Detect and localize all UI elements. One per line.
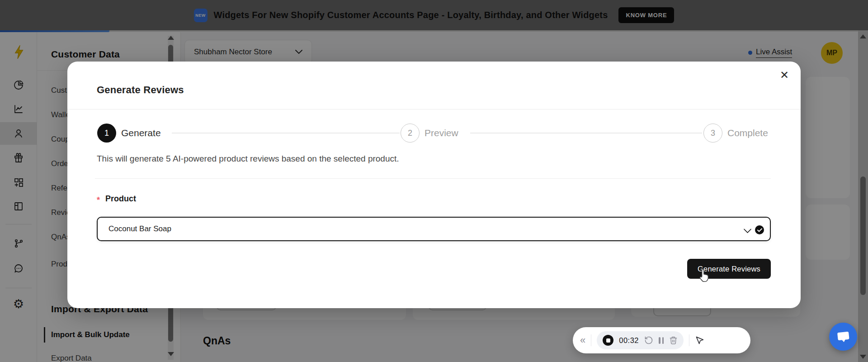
step-2-label: Preview — [425, 128, 458, 138]
step-3-indicator: 3 — [703, 124, 722, 143]
toolbar-divider — [689, 334, 689, 346]
step-1-label: Generate — [121, 128, 161, 138]
recorder-controls-group: 00:32 — [597, 331, 684, 349]
product-select-value: Coconut Bar Soap — [108, 224, 171, 233]
step-connector — [470, 133, 702, 133]
modal-divider — [95, 178, 771, 179]
step-2-indicator: 2 — [401, 124, 420, 143]
required-asterisk: * — [97, 195, 100, 205]
step-3-label: Complete — [727, 128, 768, 138]
step-connector — [172, 133, 400, 133]
chat-launcher[interactable] — [829, 323, 857, 351]
modal-title: Generate Reviews — [97, 84, 184, 96]
step-1-number: 1 — [104, 129, 109, 138]
selected-check-icon — [755, 225, 764, 234]
hand-cursor-icon — [697, 268, 712, 287]
step-3-number: 3 — [711, 129, 715, 138]
delete-recording-icon[interactable] — [669, 336, 678, 345]
product-field-label: Product — [105, 194, 136, 204]
chat-bubble-icon — [834, 328, 852, 346]
toolbar-divider — [591, 334, 591, 346]
modal-close-icon[interactable]: ✕ — [780, 69, 789, 81]
step-1-indicator: 1 — [97, 124, 116, 143]
stop-recording-button[interactable] — [603, 335, 613, 346]
pointer-mode-icon[interactable] — [695, 336, 704, 345]
app-root: NEW Widgets For New Shopify Customer Acc… — [0, 0, 868, 362]
collapse-toolbar-icon[interactable]: « — [580, 336, 585, 345]
restart-recording-icon[interactable] — [644, 336, 653, 345]
modal-description: This will generate 5 AI-powered product … — [97, 154, 399, 164]
pause-recording-icon[interactable] — [659, 337, 664, 344]
recorder-toolbar: « 00:32 — [573, 327, 750, 353]
step-2-number: 2 — [408, 129, 412, 138]
generate-reviews-modal: ✕ Generate Reviews 1 Generate 2 Preview … — [67, 62, 801, 308]
chevron-down-icon — [744, 227, 751, 235]
modal-header-divider — [67, 109, 801, 110]
product-select[interactable]: Coconut Bar Soap — [97, 217, 771, 241]
recording-timer: 00:32 — [619, 336, 639, 345]
